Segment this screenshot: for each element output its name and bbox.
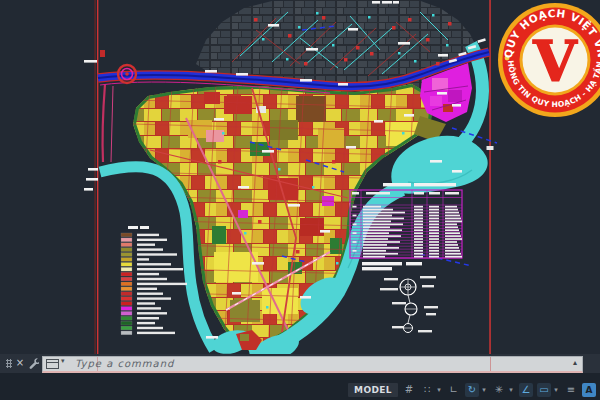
isometric-drafting-icon[interactable]: ✳ [492,383,506,397]
recent-commands-icon[interactable]: ▴ [573,358,577,367]
dock-drag-handle[interactable] [6,359,12,368]
chevron-down-icon[interactable]: ▾ [480,383,488,397]
command-window-icon [46,359,59,369]
drawing-canvas[interactable]: QUY HOẠCH VIỆT VN THÔNG TIN QUY HOẠCH - … [0,0,600,354]
autocad-window: QUY HOẠCH VIỆT VN THÔNG TIN QUY HOẠCH - … [0,0,600,400]
grid-icon[interactable]: # [402,383,416,397]
command-input[interactable]: ▾ Type a command ▴ [42,356,583,373]
snap-icon[interactable]: ∷ [420,383,434,397]
status-strip: MODEL # ∷ ▾ ∟ ↻ ▾ ✳ ▾ ∠ ▭ ▾ ≡ A [0,373,600,400]
model-space-button[interactable]: MODEL [348,383,398,397]
lineweight-icon[interactable]: ≡ [564,383,578,397]
command-options-button[interactable]: ▾ [46,359,68,369]
chevron-down-icon: ▾ [61,357,65,365]
chevron-down-icon[interactable]: ▾ [552,383,560,397]
command-dock: × ▾ Type a command ▴ [0,354,600,373]
polar-tracking-icon[interactable]: ↻ [465,383,479,397]
object-snap-tracking-icon[interactable]: ∠ [519,383,533,397]
logo-letter-v: V [532,28,578,94]
close-icon[interactable]: × [15,355,25,371]
frame-seethrough-right [490,357,491,371]
annotation-icon[interactable]: A [582,383,596,397]
ortho-icon[interactable]: ∟ [447,383,461,397]
object-snap-icon[interactable]: ▭ [537,383,551,397]
status-bar: MODEL # ∷ ▾ ∟ ↻ ▾ ✳ ▾ ∠ ▭ ▾ ≡ A [348,382,596,398]
customize-wrench-icon[interactable] [28,357,39,369]
chevron-down-icon[interactable]: ▾ [435,383,443,397]
chevron-down-icon[interactable]: ▾ [507,383,515,397]
command-placeholder: Type a command [75,358,174,369]
